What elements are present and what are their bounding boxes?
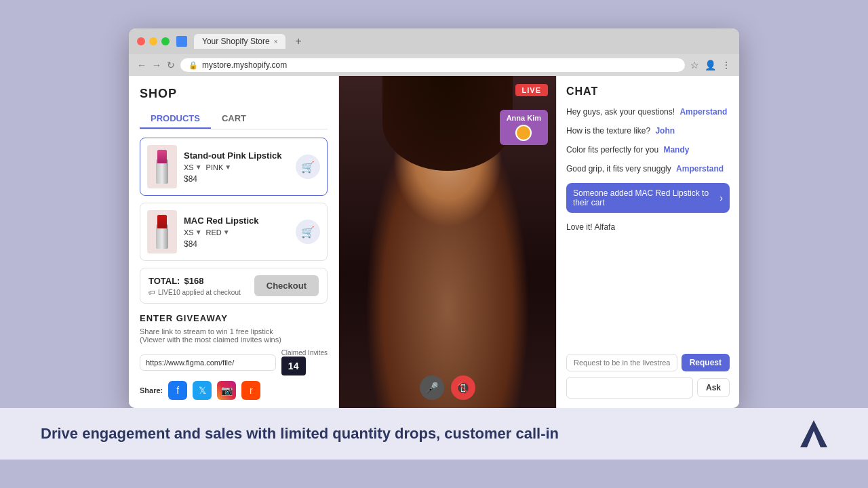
chat-message-1: How is the texture like? John [566, 126, 730, 136]
reddit-share-button[interactable]: r [241, 381, 260, 400]
cart-icon-pink: 🛒 [301, 161, 315, 174]
request-button[interactable]: Request [682, 354, 730, 371]
coupon-row: 🏷 LIVE10 applied at checkout [149, 289, 241, 296]
new-tab-icon[interactable]: + [295, 35, 301, 47]
share-row: Share: f 𝕏 📷 r [140, 381, 328, 400]
notification-arrow-icon: › [719, 192, 723, 203]
color-arrow-red-icon: ▼ [223, 228, 230, 236]
cart-icon-red: 🛒 [301, 226, 315, 239]
live-badge: LIVE [515, 84, 548, 96]
size-arrow-icon: ▼ [195, 163, 202, 171]
product-options-pink: XS ▼ PINK ▼ [184, 163, 289, 171]
product-name-pink: Stand-out Pink Lipstick [184, 150, 289, 161]
chat-message-last: Love it! Alfafa [566, 222, 730, 232]
size-option-pink[interactable]: XS ▼ [184, 163, 202, 171]
msg-text-3: Good grip, it fits very snuggly [566, 164, 671, 174]
address-bar: ← → ↻ 🔒 mystore.myshopify.com ☆ 👤 ⋮ [129, 54, 739, 76]
close-dot[interactable] [137, 37, 145, 45]
msg-text-0: Hey guys, ask your questions! [566, 107, 675, 117]
url-text: mystore.myshopify.com [202, 60, 287, 70]
bottom-bar: Drive engagement and sales with limited … [0, 408, 868, 460]
giveaway-input-row: Claimed Invites 14 [140, 349, 328, 375]
tab-title: Your Shopify Store [202, 37, 270, 46]
forward-button[interactable]: → [152, 60, 161, 70]
last-msg-user: Alfafa [594, 222, 615, 232]
giveaway-desc: Share link to stream to win 1 free lipst… [140, 327, 328, 344]
last-msg-text: Love it! [566, 222, 593, 232]
claimed-count: 14 [281, 357, 306, 375]
msg-text-1: How is the texture like? [566, 126, 650, 136]
product-price-red: $84 [184, 239, 289, 249]
msg-user-1: John [655, 126, 675, 136]
maximize-dot[interactable] [161, 37, 170, 45]
total-section: TOTAL: $168 🏷 LIVE10 applied at checkout… [140, 268, 328, 304]
profile-icon[interactable]: 👤 [705, 60, 716, 70]
window-controls [137, 37, 170, 45]
total-amount: $168 [184, 276, 203, 286]
instagram-share-button[interactable]: 📷 [217, 381, 236, 400]
browser-tab[interactable]: Your Shopify Store × [194, 34, 285, 49]
tab-close-icon[interactable]: × [274, 38, 278, 45]
product-price-pink: $84 [184, 174, 289, 184]
minimize-dot[interactable] [149, 37, 157, 45]
facebook-share-button[interactable]: f [168, 381, 187, 400]
size-arrow-red-icon: ▼ [195, 228, 202, 236]
twitter-share-button[interactable]: 𝕏 [193, 381, 212, 400]
ask-row: Ask [566, 377, 730, 399]
chat-message-0: Hey guys, ask your questions! Amperstand [566, 107, 730, 117]
shop-title: SHOP [140, 87, 328, 101]
color-option-pink[interactable]: PINK ▼ [206, 163, 232, 171]
product-card-red: MAC Red Lipstick XS ▼ RED ▼ $84 [140, 203, 328, 261]
ask-button[interactable]: Ask [697, 378, 730, 397]
bookmark-icon[interactable]: ☆ [690, 60, 699, 70]
shop-panel: SHOP PRODUCTS CART Stand-out Pink Lipsti… [129, 76, 339, 408]
address-input[interactable]: 🔒 mystore.myshopify.com [180, 58, 685, 72]
mic-button[interactable]: 🎤 [420, 375, 444, 400]
add-to-cart-pink[interactable]: 🛒 [296, 155, 320, 179]
request-input[interactable] [566, 354, 677, 371]
menu-icon[interactable]: ⋮ [722, 60, 731, 70]
chat-panel: CHAT Hey guys, ask your questions! Amper… [556, 76, 739, 408]
checkout-button[interactable]: Checkout [254, 275, 319, 296]
msg-user-3: Amperstand [676, 164, 724, 174]
msg-text-2: Color fits perfectly for you [566, 145, 658, 155]
chat-messages: Hey guys, ask your questions! Amperstand… [566, 107, 730, 354]
chat-message-3: Good grip, it fits very snuggly Ampersta… [566, 164, 730, 174]
add-to-cart-red[interactable]: 🛒 [296, 220, 320, 244]
product-name-red: MAC Red Lipstick [184, 216, 289, 226]
giveaway-section: ENTER GIVEAWAY Share link to stream to w… [140, 313, 328, 400]
video-controls: 🎤 📵 [420, 375, 475, 400]
lock-icon: 🔒 [189, 61, 198, 70]
host-avatar [515, 125, 532, 141]
host-badge: Anna Kim [500, 110, 548, 145]
total-label: TOTAL: [149, 276, 180, 286]
request-row: Request [566, 354, 730, 371]
color-arrow-icon: ▼ [224, 163, 231, 171]
claimed-label: Claimed Invites [281, 349, 328, 357]
msg-user-2: Mandy [663, 145, 689, 155]
size-option-red[interactable]: XS ▼ [184, 228, 202, 237]
product-image-red [147, 210, 177, 253]
product-card-pink: Stand-out Pink Lipstick XS ▼ PINK ▼ $84 [140, 138, 328, 196]
browser-titlebar: Your Shopify Store × + [129, 28, 739, 54]
claimed-invites: Claimed Invites 14 [281, 349, 328, 375]
product-options-red: XS ▼ RED ▼ [184, 228, 289, 237]
product-info-red: MAC Red Lipstick XS ▼ RED ▼ $84 [184, 216, 289, 249]
favicon [176, 36, 187, 47]
tab-cart[interactable]: CART [211, 109, 257, 129]
cart-notification: Someone added MAC Red Lipstick to their … [566, 183, 730, 213]
refresh-button[interactable]: ↻ [167, 60, 175, 70]
msg-user-0: Amperstand [679, 107, 727, 117]
color-option-red[interactable]: RED ▼ [206, 228, 230, 237]
chat-input-area: Request Ask [566, 354, 730, 399]
share-label: Share: [140, 386, 163, 394]
end-call-button[interactable]: 📵 [451, 375, 475, 400]
tab-products[interactable]: PRODUCTS [140, 109, 211, 129]
video-panel: LIVE Anna Kim 🎤 📵 [339, 76, 556, 408]
shop-tabs: PRODUCTS CART [140, 109, 328, 129]
giveaway-link-input[interactable] [140, 354, 276, 371]
host-name: Anna Kim [507, 114, 541, 122]
browser-window: Your Shopify Store × + ← → ↻ 🔒 mystore.m… [129, 28, 739, 408]
ask-input[interactable] [566, 377, 693, 399]
back-button[interactable]: ← [137, 60, 146, 70]
